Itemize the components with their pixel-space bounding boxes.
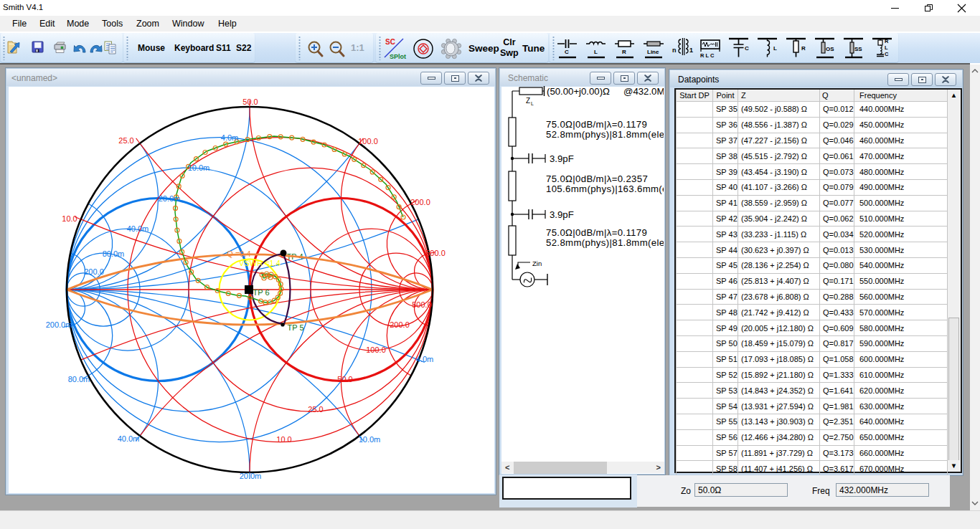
svg-text:R: R (801, 45, 806, 52)
svg-text:3.9pF: 3.9pF (550, 153, 574, 164)
svg-text:10.0: 10.0 (276, 435, 291, 444)
svg-text:SS: SS (854, 46, 862, 52)
svg-text:Zin: Zin (532, 259, 542, 267)
svg-text:OS: OS (826, 46, 834, 52)
svg-text:40.0m: 40.0m (118, 434, 140, 443)
svg-text:10.0: 10.0 (62, 214, 77, 223)
svg-text:500.0: 500.0 (412, 300, 432, 309)
svg-text:20.0m: 20.0m (240, 472, 262, 480)
svg-text:200.0m: 200.0m (46, 320, 72, 329)
svg-text:10.0m: 10.0m (359, 435, 381, 444)
svg-text:20.0m: 20.0m (159, 194, 181, 203)
svg-text:Q =0.4: Q =0.4 (227, 249, 250, 258)
svg-text:R: R (885, 38, 889, 44)
svg-text:4.0m: 4.0m (221, 133, 238, 142)
svg-text:80.0m: 80.0m (68, 375, 90, 383)
svg-text:C: C (565, 49, 569, 55)
svg-text:@432.0M: @432.0M (623, 86, 664, 97)
svg-text:100.0: 100.0 (366, 345, 386, 354)
svg-text:200.0: 200.0 (390, 320, 410, 329)
svg-text:50.0: 50.0 (242, 97, 258, 106)
svg-text:C: C (885, 51, 889, 57)
svg-text:25.0: 25.0 (118, 136, 133, 145)
svg-text:VSWR =1.4: VSWR =1.4 (239, 259, 281, 267)
svg-text:L: L (885, 44, 888, 51)
svg-text:25.0: 25.0 (308, 405, 323, 414)
svg-text:1: 1 (689, 47, 693, 54)
svg-text:500.0: 500.0 (425, 249, 446, 257)
svg-text:52.8mm(phys)|81.8mm(elec: 52.8mm(phys)|81.8mm(elec (546, 129, 664, 140)
svg-text:L: L (594, 49, 598, 55)
svg-text:(50.00+j0.00)Ω: (50.00+j0.00)Ω (547, 86, 610, 97)
svg-text:52.8mm(phys)|81.8mm(elec: 52.8mm(phys)|81.8mm(elec (546, 237, 664, 248)
svg-text:3.9pF: 3.9pF (550, 209, 574, 220)
svg-text:200.0: 200.0 (84, 267, 104, 276)
svg-text:Line: Line (647, 49, 659, 55)
svg-text:200.0: 200.0 (410, 198, 430, 206)
svg-text:R: R (622, 49, 626, 55)
svg-text:n: n (672, 47, 677, 54)
svg-text:105.6mm(phys)|163.6mm(el: 105.6mm(phys)|163.6mm(el (546, 184, 664, 194)
svg-text:100.0: 100.0 (358, 137, 378, 146)
svg-text:75.0Ω|0dB/m|λ=0.1179: 75.0Ω|0dB/m|λ=0.1179 (546, 227, 647, 238)
svg-text:4.0m: 4.0m (416, 355, 433, 363)
svg-text:80.0m: 80.0m (103, 249, 125, 258)
svg-text:Z: Z (526, 97, 530, 105)
svg-text:TP 6: TP 6 (253, 288, 269, 297)
svg-text:L: L (531, 101, 534, 106)
svg-text:L: L (773, 45, 777, 52)
svg-text:TP 5: TP 5 (287, 323, 303, 332)
svg-text:75.0Ω|0dB/m|λ=0.1179: 75.0Ω|0dB/m|λ=0.1179 (546, 119, 647, 130)
svg-text:75.0Ω|0dB/m|λ=0.2357: 75.0Ω|0dB/m|λ=0.2357 (546, 173, 648, 184)
svg-text:40.0m: 40.0m (127, 224, 149, 233)
svg-text:50.0: 50.0 (337, 375, 352, 383)
svg-text:C: C (745, 45, 749, 52)
svg-text:10.0m: 10.0m (188, 163, 210, 172)
svg-text:R L C: R L C (700, 52, 715, 59)
